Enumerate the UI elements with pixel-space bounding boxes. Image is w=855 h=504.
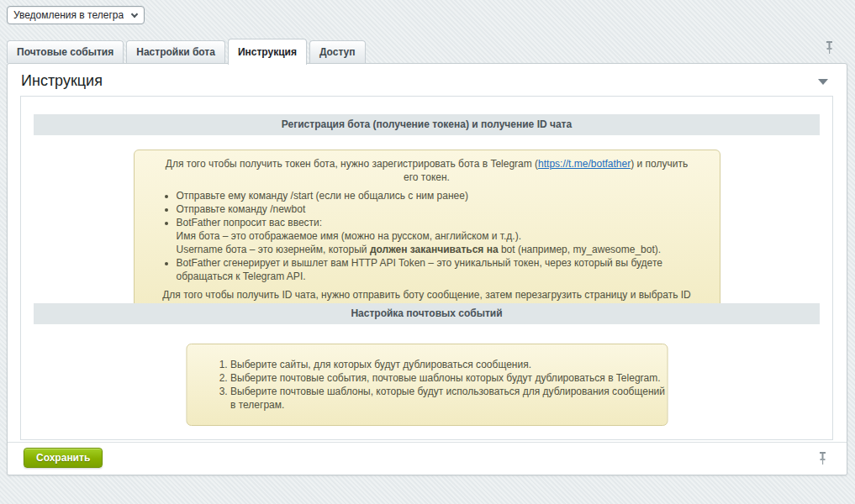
steps-list: Выберите сайты, для которых будут дублир… <box>212 358 667 412</box>
pin-icon[interactable] <box>818 452 827 469</box>
instruction-bullet-list: Отправьте ему команду /start (если не об… <box>164 189 720 283</box>
list-item: BotFather сгенерирует и вышлет вам HTTP … <box>177 256 720 283</box>
section-heading-mail-events: Настройка почтовых событий <box>34 303 820 324</box>
list-item: Выберите почтовые шаблоны, которые будут… <box>230 385 667 412</box>
tab-bot-settings[interactable]: Настройки бота <box>126 40 225 63</box>
module-select[interactable]: Уведомления в телеграм <box>7 6 145 24</box>
module-selector: Уведомления в телеграм <box>7 6 145 24</box>
button-row: Сохранить <box>8 442 847 475</box>
info-note-mail-events: Выберите сайты, для которых будут дублир… <box>186 344 668 426</box>
info-note-registration: Для того чтобы получить токен бота, нужн… <box>134 150 720 323</box>
list-item: Выберите почтовые события, почтовые шабл… <box>230 371 667 385</box>
list-item: Отправьте ему команду /start (если не об… <box>177 189 720 202</box>
tab-mail-events[interactable]: Почтовые события <box>7 40 124 63</box>
instruction-content: Регистрация бота (получение токена) и по… <box>20 96 833 440</box>
tab-bar: Почтовые события Настройки бота Инструкц… <box>7 38 366 64</box>
page-title: Инструкция <box>21 72 103 90</box>
list-item: BotFather попросит вас ввести:Имя бота –… <box>177 216 720 256</box>
list-item: Выберите сайты, для которых будут дублир… <box>230 358 667 371</box>
section-heading-registration: Регистрация бота (получение токена) и по… <box>34 114 820 135</box>
chevron-down-icon[interactable] <box>818 79 828 85</box>
botfather-link[interactable]: https://t.me/botfather <box>538 158 631 170</box>
list-item: Отправьте команду /newbot <box>177 202 720 216</box>
settings-panel: Инструкция Регистрация бота (получение т… <box>7 63 847 475</box>
instruction-intro: Для того чтобы получить токен бота, нужн… <box>158 157 696 184</box>
save-button[interactable]: Сохранить <box>24 448 103 468</box>
tab-instruction[interactable]: Инструкция <box>228 39 307 65</box>
pin-icon[interactable] <box>825 41 834 58</box>
tab-access[interactable]: Доступ <box>309 40 366 63</box>
